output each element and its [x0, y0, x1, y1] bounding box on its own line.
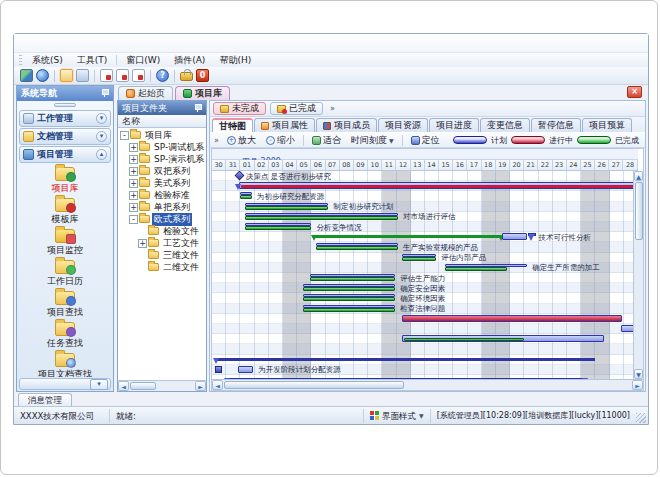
- tab-message-management[interactable]: 消息管理: [18, 393, 72, 406]
- gantt-plot-area[interactable]: 决策点 是否进行初步研究为初步研究分配资源制定初步研究计划对市场进行评估分析竞争…: [212, 171, 638, 379]
- gantt-tool-3[interactable]: 适合: [308, 133, 345, 148]
- gantt-tool-5[interactable]: 定位: [407, 133, 444, 148]
- sidebar-item[interactable]: 项目查找: [47, 291, 83, 319]
- expand-icon[interactable]: +: [138, 239, 147, 248]
- close-icon[interactable]: ×: [627, 86, 642, 98]
- sidebar-bottom-panel[interactable]: ▾: [19, 378, 111, 390]
- tree-row[interactable]: +SP-演示机系: [118, 153, 206, 165]
- gantt-bar[interactable]: [402, 315, 622, 322]
- gantt-vertical-scrollbar[interactable]: ▲ ▼: [633, 171, 643, 379]
- gantt-tool-2[interactable]: -缩小: [262, 133, 299, 148]
- interface-style-button[interactable]: 界面样式 ▼: [363, 409, 431, 423]
- folder-window-icon[interactable]: [76, 69, 89, 82]
- tab-start-page[interactable]: 起始页: [118, 86, 173, 100]
- report-delete-icon[interactable]: [116, 69, 129, 82]
- folder-open-icon[interactable]: [60, 69, 73, 82]
- sidebar-item[interactable]: 模板库: [52, 198, 79, 226]
- stop-icon[interactable]: 0: [196, 69, 209, 82]
- scroll-down-icon[interactable]: ▼: [634, 369, 643, 379]
- expand-icon[interactable]: +: [129, 143, 138, 152]
- tree-row[interactable]: +双把系列: [118, 165, 206, 177]
- gantt-tool-1[interactable]: +放大: [223, 133, 260, 148]
- report-view-icon[interactable]: [132, 69, 145, 82]
- milestone-diamond-icon[interactable]: [235, 171, 245, 180]
- tree-row[interactable]: 三维文件: [118, 249, 206, 261]
- gantt-bar[interactable]: [238, 366, 254, 373]
- detail-tab[interactable]: 项目进度: [429, 118, 479, 132]
- tree-row[interactable]: 检验文件: [118, 225, 206, 237]
- tree-row[interactable]: -欧式系列: [118, 213, 206, 225]
- gantt-task-bar[interactable]: [316, 243, 398, 250]
- chevron-up-icon[interactable]: ▴: [96, 149, 107, 160]
- detail-tab[interactable]: 变更信息: [480, 118, 530, 132]
- lock-icon[interactable]: [180, 72, 193, 81]
- scroll-left-icon[interactable]: ◄: [212, 380, 223, 390]
- menubar-grip[interactable]: [19, 55, 22, 65]
- scroll-left-icon[interactable]: ◄: [118, 381, 129, 391]
- expand-icon[interactable]: +: [129, 203, 138, 212]
- gantt-task-bar[interactable]: [240, 192, 251, 199]
- gantt-bar[interactable]: [502, 233, 528, 240]
- sidebar-collapse-strip[interactable]: [17, 101, 113, 109]
- scroll-right-icon[interactable]: ►: [632, 380, 643, 390]
- gantt-task-bar[interactable]: [245, 213, 398, 220]
- collapse-icon[interactable]: -: [129, 215, 138, 224]
- gantt-task-bar[interactable]: [445, 264, 527, 271]
- pin-icon[interactable]: [101, 89, 109, 98]
- gantt-task-bar[interactable]: [402, 254, 436, 261]
- tree-horizontal-scrollbar[interactable]: ◄ ►: [118, 380, 206, 391]
- gantt-bar[interactable]: [239, 182, 637, 189]
- expand-icon[interactable]: +: [129, 179, 138, 188]
- sidebar-panel-collapsed[interactable]: 文档管理▾: [19, 128, 111, 145]
- gantt-task-bar[interactable]: [310, 274, 395, 281]
- detail-tab[interactable]: 项目属性: [254, 118, 315, 132]
- expand-icon[interactable]: +: [129, 167, 138, 176]
- tree-row[interactable]: 二维文件: [118, 261, 206, 273]
- menu-help[interactable]: 帮助(H): [212, 53, 258, 68]
- expand-icon[interactable]: +: [129, 191, 138, 200]
- sidebar-item[interactable]: 任务查找: [47, 322, 83, 350]
- tree-row[interactable]: +美式系列: [118, 177, 206, 189]
- chevron-overflow-icon[interactable]: »: [214, 136, 219, 145]
- screen-icon[interactable]: [20, 69, 33, 82]
- sidebar-item[interactable]: 项目库: [52, 167, 79, 195]
- help-icon[interactable]: ?: [156, 69, 169, 82]
- tree-row[interactable]: +SP-调试机系: [118, 141, 206, 153]
- sidebar-item[interactable]: 工作日历: [47, 260, 83, 288]
- scrollbar-thumb[interactable]: [635, 182, 643, 240]
- detail-tab[interactable]: 项目预算: [582, 118, 632, 132]
- sidebar-item[interactable]: 项目监控: [47, 229, 83, 257]
- chevron-overflow-icon[interactable]: »: [327, 104, 338, 113]
- sidebar-panel-expanded[interactable]: 项目管理▴: [19, 146, 111, 163]
- chevron-down-icon[interactable]: ▾: [96, 131, 107, 142]
- scrollbar-thumb[interactable]: [224, 381, 404, 389]
- scrollbar-thumb[interactable]: [130, 382, 156, 390]
- tree-row[interactable]: +单把系列: [118, 201, 206, 213]
- expand-icon[interactable]: +: [129, 155, 138, 164]
- gantt-task-bar[interactable]: [303, 284, 395, 291]
- menu-window[interactable]: 窗口(W): [119, 53, 167, 68]
- sidebar-item[interactable]: 项目文档查找: [38, 353, 92, 377]
- menu-tools[interactable]: 工具(T): [70, 53, 115, 68]
- filter-active[interactable]: 未完成: [213, 102, 266, 115]
- pin-icon[interactable]: [194, 104, 202, 113]
- gantt-task-bar[interactable]: [303, 294, 395, 301]
- detail-tab[interactable]: 暂停信息: [531, 118, 581, 132]
- detail-tab[interactable]: 项目成员: [316, 118, 377, 132]
- detail-tab[interactable]: 项目资源: [378, 118, 428, 132]
- tree-row[interactable]: +工艺文件: [118, 237, 206, 249]
- collapse-icon[interactable]: -: [120, 131, 129, 140]
- gantt-bar[interactable]: [402, 335, 604, 342]
- menu-system[interactable]: 系统(S): [25, 53, 70, 68]
- sidebar-panel-collapsed[interactable]: 工作管理▾: [19, 110, 111, 127]
- gantt-task-bar[interactable]: [245, 203, 329, 210]
- tree-row[interactable]: -项目库: [118, 129, 206, 141]
- resize-grip[interactable]: [636, 413, 646, 423]
- gantt-tool-4[interactable]: 时间刻度▼: [347, 133, 398, 148]
- scroll-up-icon[interactable]: ▲: [634, 171, 643, 181]
- tree-row[interactable]: +检验标准: [118, 189, 206, 201]
- tab-project-library[interactable]: 项目库: [175, 86, 230, 100]
- gantt-horizontal-scrollbar[interactable]: ◄ ►: [212, 379, 643, 390]
- chevron-down-icon[interactable]: ▾: [90, 379, 108, 390]
- gantt-task-bar[interactable]: [303, 305, 395, 312]
